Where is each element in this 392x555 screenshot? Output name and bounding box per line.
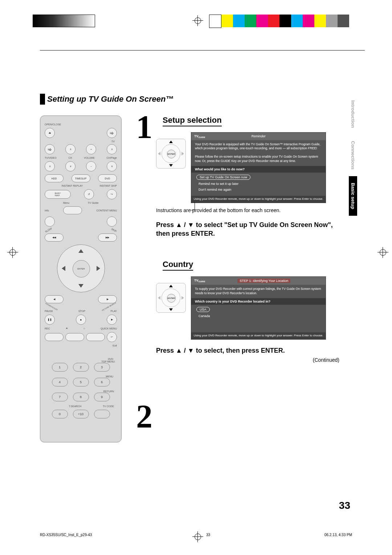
tv-body-text: To supply your DVD Recorder with correct… [191, 285, 326, 297]
num-2: 2 [73, 363, 89, 372]
remote-label-openclose: OPEN/CLOSE [45, 123, 61, 126]
stop-button: ■ [76, 315, 86, 325]
num-1: 1 [52, 363, 68, 372]
eject-button: ⏏ [45, 128, 55, 138]
enter-icon: ENTER [167, 150, 176, 158]
minus-button: − [86, 161, 96, 171]
num-8: 8 [73, 393, 89, 401]
slow-rev-button: ◀◀ [45, 234, 64, 242]
step-number-2: 2 [136, 398, 152, 435]
frame-rev-button: ◀ [45, 295, 64, 303]
tv-screen-reminder: TVGUIDEReminder Your DVD Recorder is equ… [191, 132, 326, 203]
num-9: 9 [94, 393, 110, 401]
num-plus10: +10 [73, 410, 89, 418]
remote-label-tvcode: TV CODE [103, 405, 114, 408]
remote-label-quickmenu: QUICK MENU [101, 327, 117, 330]
tv-option-dont-remind: Don't remind me again [196, 187, 320, 192]
section-title: Setting up TV Guide On Screen™ [47, 94, 173, 104]
hdd-button: HDD [45, 174, 64, 182]
callout-line [191, 210, 195, 210]
remote-label-instskip: INSTANT SKIP [100, 185, 117, 187]
tab-introduction: Introduction [349, 94, 357, 134]
contentmenu-button [107, 216, 117, 227]
tv-option-setup-now: Set up TV Guide On Screen now [196, 175, 250, 180]
skip-fwd-button: ▶▶ [98, 234, 117, 242]
section-bar-icon [40, 94, 45, 105]
remote-label-play: PLAY [111, 310, 117, 312]
pause-button: ❚❚ [45, 315, 55, 325]
remote-label-topmenu: TOP MENU [45, 360, 115, 363]
remote-label-skip: SKIP [111, 227, 117, 232]
tv-screen-country: TVGUIDESTEP 1: Identifying Your Location… [191, 276, 326, 339]
print-color-bar [209, 15, 349, 27]
num-6: 6 [94, 378, 110, 386]
down-button: ∨ [107, 161, 117, 171]
step1-instruction: Press ▲ / ▼ to select "Set up TV Guide O… [156, 220, 339, 238]
remote-label-tsearch: T.SEARCH [69, 405, 82, 408]
num-4: 4 [52, 378, 68, 386]
continued-label: (Continued) [156, 357, 339, 363]
tv-foot: Using your DVD Recorder remote, move up … [191, 196, 326, 202]
print-footer: RD-XS35SU/SC_Inst_E_p29-43 33 06.2.13, 4… [40, 533, 352, 537]
step1-heading: Setup selection [163, 116, 222, 126]
tv-question: What would you like to do now? [191, 166, 326, 173]
menu-button [63, 206, 82, 214]
tvguide-logo: TV [194, 279, 199, 282]
print-grayscale-bar [33, 15, 95, 27]
remote-label-tvvideo: TV/VIDEO [45, 157, 57, 159]
footer-timestamp: 06.2.13, 4:33 PM [324, 533, 352, 537]
remote-label-chpage: CH/Page [107, 157, 117, 159]
dpad: ENTER [57, 244, 105, 292]
instant-skip-button: ↪ [107, 189, 117, 199]
easynavi-button: EASY NAVI [45, 190, 71, 199]
quickmenu-button: ↩ [107, 332, 117, 342]
step-number-1: 1 [136, 108, 152, 146]
remote-label-menu: Menu [63, 202, 70, 204]
remote-label-menub: MENU [45, 375, 113, 378]
plus-button: + [86, 144, 96, 154]
content-top-rule [40, 50, 365, 50]
remote-label-return: RETURN [45, 390, 114, 393]
power-button: I/⏻ [107, 128, 117, 138]
remote-label-rec: REC [45, 327, 50, 330]
registration-mark-icon [7, 247, 18, 258]
remote-label-dvd: DVD [45, 358, 113, 360]
remote-label-volume: VOLUME [84, 157, 95, 159]
registration-mark-icon [377, 247, 388, 258]
down-button: ∨ [45, 161, 55, 171]
up-button: ∧ [65, 144, 75, 154]
rec-button [45, 333, 64, 341]
tv-option-canada: Canada [196, 313, 320, 319]
down-button: ∨ [65, 161, 75, 171]
step1-note: Instructions are provided at the bottom … [156, 207, 339, 213]
tv-title-reminder: Reminder [252, 134, 266, 138]
tv-option-remind-later: Remind me to set it up later [196, 181, 320, 186]
up-button: ∧ [107, 144, 117, 154]
num-3: 3 [94, 363, 110, 372]
remote-label-slow: SLOW [45, 227, 52, 233]
enter-button: ENTER [73, 260, 90, 278]
tv-foot: Using your DVD Recorder remote, move up … [191, 332, 326, 339]
tv-question: Which country is your DVD Recorder locat… [191, 298, 326, 305]
remote-label-tv: TV [45, 140, 115, 143]
timeslip-button: TIMESLIP [72, 174, 90, 182]
info-button [45, 216, 55, 227]
remote-label-pause: PAUSE [45, 310, 53, 312]
remote-illustration: OPEN/CLOSE ⏏I/⏻ TV I/⏻ ∧ + ∧ TV/VIDEO CH… [40, 116, 122, 442]
side-tabs: Introduction Connections Basic setup [349, 94, 363, 216]
remote-label-info: Info [45, 209, 49, 212]
num-5: 5 [73, 378, 89, 386]
fav-button [65, 333, 84, 341]
tv-body-text: Your DVD Recorder is equipped with the T… [191, 140, 326, 165]
mini-dpad-icon: ENTER [156, 283, 186, 313]
page-number: 33 [339, 500, 350, 511]
remote-label-ch: CH [68, 157, 72, 159]
mark-button [86, 333, 105, 341]
footer-filename: RD-XS35SU/SC_Inst_E_p29-43 [40, 533, 92, 537]
manual-page: { "section_title": "Setting up TV Guide … [0, 0, 392, 555]
remote-label-stop: STOP [78, 310, 85, 312]
tab-basic-setup: Basic setup [349, 176, 357, 216]
callout-line [195, 202, 195, 210]
tvcode-button [94, 410, 110, 418]
tv-stepbar: STEP 1: Identifying Your Location [237, 279, 290, 283]
